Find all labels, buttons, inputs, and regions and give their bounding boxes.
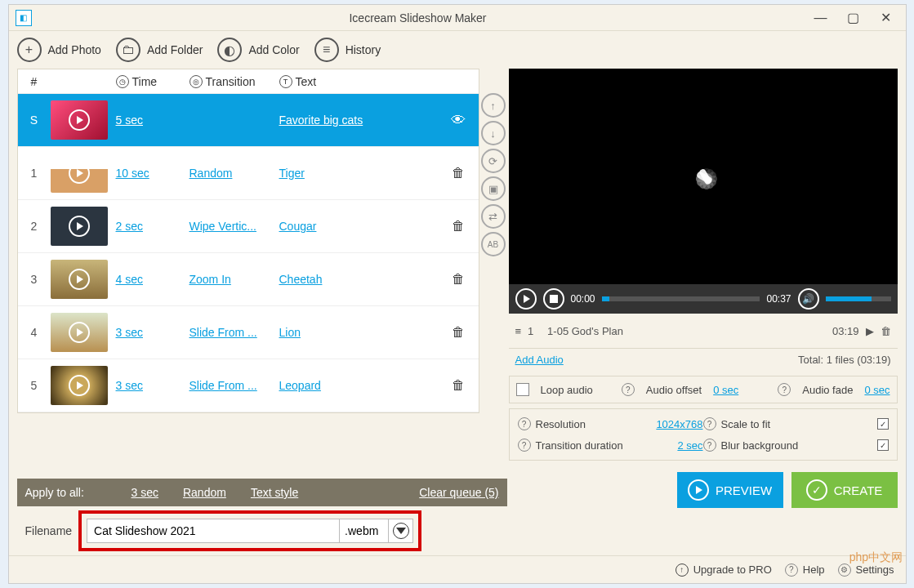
- clear-queue-button[interactable]: Clear queue (5): [419, 486, 498, 499]
- drag-handle-icon[interactable]: ≡: [515, 325, 522, 337]
- slide-time[interactable]: 2 sec: [116, 220, 143, 233]
- play-icon: [69, 375, 90, 396]
- help-icon[interactable]: ?: [518, 417, 531, 430]
- play-icon: [688, 479, 709, 501]
- preview-button[interactable]: PREVIEW: [677, 472, 783, 508]
- loop-audio-checkbox[interactable]: [516, 383, 529, 396]
- help-button[interactable]: ?Help: [785, 564, 825, 577]
- transition-duration-value[interactable]: 2 sec: [677, 439, 702, 452]
- preview-label: PREVIEW: [716, 483, 772, 497]
- apply-all-transition[interactable]: Random: [183, 486, 226, 499]
- rotate-button[interactable]: ⟳: [481, 149, 506, 173]
- slide-text[interactable]: Cheetah: [279, 273, 323, 286]
- apply-all-label: Apply to all:: [25, 486, 107, 499]
- table-row[interactable]: 43 secSlide From ...Lion🗑: [18, 306, 479, 359]
- apply-all-textstyle[interactable]: Text style: [251, 486, 298, 499]
- slide-thumbnail[interactable]: [51, 154, 108, 193]
- slide-thumbnail[interactable]: [51, 100, 108, 140]
- stop-button[interactable]: [543, 288, 564, 310]
- apply-all-time[interactable]: 3 sec: [132, 486, 158, 499]
- table-row[interactable]: 22 secWipe Vertic...Cougar🗑: [18, 200, 479, 253]
- close-button[interactable]: ✕: [870, 7, 903, 29]
- progress-bar[interactable]: [602, 296, 760, 301]
- table-row[interactable]: 110 secRandomTiger🗑: [18, 147, 479, 200]
- table-row[interactable]: S5 secFavorite big cats👁: [18, 94, 479, 147]
- slide-transition[interactable]: Slide From ...: [189, 326, 257, 339]
- filename-input[interactable]: [87, 519, 340, 543]
- audio-fade-value[interactable]: 0 sec: [864, 384, 889, 396]
- add-folder-button[interactable]: 🗀 Add Folder: [116, 38, 203, 62]
- delete-icon[interactable]: 🗑: [452, 166, 465, 180]
- add-audio-button[interactable]: Add Audio: [515, 354, 564, 366]
- row-index: 3: [18, 273, 51, 286]
- help-icon[interactable]: ?: [622, 383, 635, 396]
- help-icon[interactable]: ?: [778, 383, 791, 396]
- play-button[interactable]: [515, 288, 537, 310]
- eye-icon[interactable]: 👁: [451, 112, 466, 128]
- upgrade-button[interactable]: ↑Upgrade to PRO: [675, 564, 772, 577]
- delete-icon[interactable]: 🗑: [452, 219, 465, 233]
- blur-checkbox[interactable]: ✓: [877, 439, 889, 451]
- mute-button[interactable]: 🔊: [798, 288, 819, 310]
- help-icon[interactable]: ?: [518, 439, 531, 452]
- palette-icon: ◐: [217, 38, 242, 62]
- apply-all-bar: Apply to all: 3 sec Random Text style Cl…: [17, 479, 507, 506]
- slide-time[interactable]: 3 sec: [116, 379, 143, 392]
- slide-transition[interactable]: Zoom In: [189, 273, 231, 286]
- table-row[interactable]: 53 secSlide From ...Leopard🗑: [18, 359, 479, 412]
- header-transition: Transition: [206, 75, 256, 88]
- slide-time[interactable]: 5 sec: [116, 114, 143, 127]
- audio-offset-value[interactable]: 0 sec: [713, 384, 738, 396]
- help-icon[interactable]: ?: [703, 439, 716, 452]
- ab-button[interactable]: AB: [481, 232, 506, 256]
- format-dropdown[interactable]: [389, 519, 413, 543]
- slide-time[interactable]: 3 sec: [116, 326, 143, 339]
- create-label: CREATE: [834, 483, 883, 497]
- help-icon[interactable]: ?: [703, 417, 716, 430]
- audio-track-row[interactable]: ≡ 1 1-05 God's Plan 03:19 ▶ 🗑: [509, 318, 898, 343]
- slide-time[interactable]: 10 sec: [116, 167, 149, 180]
- slide-thumbnail[interactable]: [51, 207, 108, 246]
- loading-spinner-icon: [675, 163, 732, 220]
- check-icon: [806, 479, 827, 501]
- delete-icon[interactable]: 🗑: [452, 272, 465, 286]
- add-photo-button[interactable]: + Add Photo: [17, 38, 101, 62]
- slide-transition[interactable]: Random: [189, 167, 233, 180]
- table-header: # ◷Time ◎Transition TText: [18, 69, 479, 94]
- slide-thumbnail[interactable]: [51, 366, 108, 405]
- audio-offset-label: Audio offset: [646, 384, 702, 396]
- slide-transition[interactable]: Slide From ...: [189, 379, 257, 392]
- settings-button[interactable]: ⚙Settings: [838, 564, 894, 577]
- slide-thumbnail[interactable]: [51, 260, 108, 299]
- delete-icon[interactable]: 🗑: [452, 378, 465, 392]
- slide-text[interactable]: Lion: [279, 326, 301, 339]
- audio-delete-icon[interactable]: 🗑: [881, 325, 891, 337]
- slide-time[interactable]: 4 sec: [116, 273, 143, 286]
- scale-checkbox[interactable]: ✓: [877, 418, 889, 430]
- slide-transition[interactable]: Wipe Vertic...: [189, 220, 256, 233]
- create-button[interactable]: CREATE: [791, 472, 898, 508]
- move-up-button[interactable]: ↑: [481, 93, 506, 118]
- history-button[interactable]: ≡ History: [314, 38, 381, 62]
- audio-play-icon[interactable]: ▶: [866, 325, 874, 337]
- table-row[interactable]: 34 secZoom InCheetah🗑: [18, 253, 479, 306]
- audio-options: Loop audio ? Audio offset 0 sec ? Audio …: [509, 376, 898, 403]
- delete-icon[interactable]: 🗑: [452, 325, 465, 339]
- slide-text[interactable]: Leopard: [279, 379, 321, 392]
- slide-text[interactable]: Cougar: [279, 220, 317, 233]
- volume-bar[interactable]: [826, 296, 891, 301]
- reorder-buttons: ↑ ↓ ⟳ ▣ ⇄ AB: [479, 69, 507, 413]
- slide-thumbnail[interactable]: [51, 313, 108, 352]
- shuffle-button[interactable]: ⇄: [481, 204, 506, 229]
- slide-text[interactable]: Tiger: [279, 167, 305, 180]
- add-color-label: Add Color: [248, 43, 299, 56]
- minimize-button[interactable]: —: [805, 7, 837, 29]
- add-color-button[interactable]: ◐ Add Color: [217, 38, 299, 62]
- maximize-button[interactable]: ▢: [837, 7, 870, 29]
- move-down-button[interactable]: ↓: [481, 121, 506, 145]
- slides-table: # ◷Time ◎Transition TText S5 secFavorite…: [17, 69, 479, 413]
- folder-icon: 🗀: [116, 38, 140, 62]
- resolution-value[interactable]: 1024x768: [656, 418, 702, 430]
- slide-text[interactable]: Favorite big cats: [279, 114, 363, 127]
- crop-button[interactable]: ▣: [481, 176, 506, 201]
